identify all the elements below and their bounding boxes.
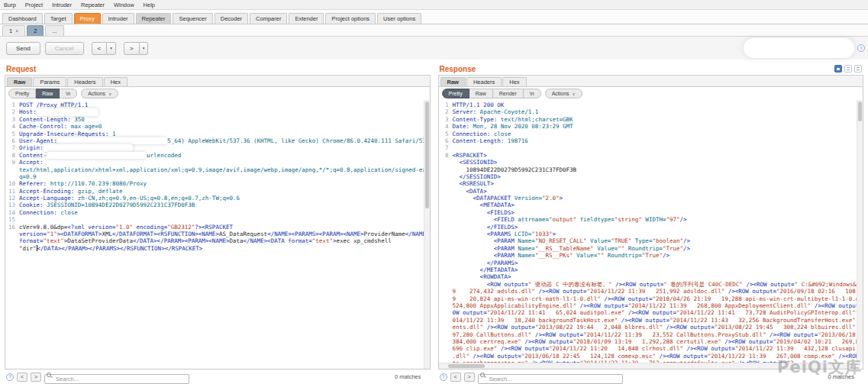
tab-extender[interactable]: Extender bbox=[289, 13, 324, 24]
tab-target[interactable]: Target bbox=[44, 13, 73, 24]
response-actions-button[interactable]: Actions∨ bbox=[545, 89, 582, 98]
search-help-icon[interactable]: ? bbox=[440, 373, 447, 381]
code-token: close bbox=[57, 209, 78, 216]
next-match-button[interactable]: > bbox=[31, 373, 41, 382]
rows-layout-icon[interactable] bbox=[854, 65, 862, 73]
code-token: "2018/04/26 21:19 19,288 api-ms-win-crt-… bbox=[652, 295, 859, 302]
code-line: <PARAM Name="__RS__PKs" Value="" Roundtr… bbox=[439, 252, 862, 259]
tab-user-options[interactable]: User options bbox=[377, 13, 421, 24]
tab-project-options[interactable]: Project options bbox=[325, 13, 376, 24]
request-tab-raw[interactable]: Raw bbox=[7, 77, 32, 86]
send-button[interactable]: Send bbox=[6, 42, 40, 55]
prev-match-button[interactable]: < bbox=[17, 373, 27, 382]
code-token: /><ROW output= bbox=[611, 281, 663, 288]
history-forward-button[interactable]: > bbox=[124, 42, 140, 55]
response-search-bar: ? < > 0 matches bbox=[438, 369, 864, 384]
response-horizontal-scrollbar[interactable] bbox=[439, 363, 857, 369]
request-search-input[interactable] bbox=[44, 374, 189, 384]
response-vertical-scrollbar[interactable] bbox=[857, 100, 863, 363]
response-editor[interactable]: PrettyRawRender\nActions∨ 1HTTP/1.1 200 … bbox=[438, 86, 864, 369]
code-token: /><ROW output= bbox=[576, 302, 628, 309]
code-line: text/html,application/xhtml+xml,applicat… bbox=[5, 166, 428, 173]
menu-project[interactable]: Project bbox=[25, 2, 43, 8]
request-vertical-scrollbar[interactable] bbox=[424, 100, 430, 369]
prev-match-button[interactable]: < bbox=[450, 373, 461, 382]
line-number: 14 bbox=[5, 209, 15, 216]
repeater-tab-1[interactable]: 1× bbox=[2, 25, 25, 36]
response-view-option-render[interactable]: Render bbox=[493, 89, 524, 98]
tab-repeater[interactable]: Repeater bbox=[136, 13, 172, 24]
repeater-tab-n[interactable]: ... bbox=[45, 25, 63, 36]
code-token: /><ROW output= bbox=[535, 288, 587, 295]
request-scrollbar-thumb[interactable] bbox=[425, 102, 429, 208]
history-forward-dropdown-icon[interactable]: ▾ bbox=[140, 42, 149, 55]
code-token: ><DATAFORMAT> bbox=[57, 231, 102, 237]
request-tab-params[interactable]: Params bbox=[33, 77, 66, 86]
request-view-option-pretty[interactable]: Pretty bbox=[8, 89, 36, 98]
code-token: Value= bbox=[594, 245, 618, 252]
tab-sequencer[interactable]: Sequencer bbox=[173, 13, 212, 24]
line-number: 1 bbox=[5, 102, 15, 108]
history-back-button[interactable]: < bbox=[92, 42, 108, 55]
code-token: "2016/09/18 02:16 108,42 bbox=[776, 288, 863, 295]
code-line: </PARAMS> bbox=[439, 260, 862, 266]
history-back-dropdown-icon[interactable]: ▾ bbox=[107, 42, 116, 55]
line-number: 16 bbox=[5, 224, 15, 231]
code-token: /> bbox=[663, 252, 670, 259]
response-view-option-pretty[interactable]: Pretty bbox=[442, 89, 469, 98]
request-view-option-n[interactable]: \n bbox=[60, 89, 77, 98]
response-tab-headers[interactable]: Headers bbox=[466, 77, 502, 86]
code-token: Content- bbox=[19, 152, 47, 159]
code-token: "dir" bbox=[19, 245, 37, 252]
menu-repeater[interactable]: Repeater bbox=[81, 2, 105, 8]
request-actions-button[interactable]: Actions∨ bbox=[81, 89, 118, 98]
inspector-panel-icon[interactable] bbox=[834, 65, 842, 73]
response-code-area[interactable]: 1HTTP/1.1 200 OK2Server: Apache-Coyote/1… bbox=[439, 100, 863, 369]
code-token: "2014/11/22 11:39 23,552 CallButtons.Pro… bbox=[583, 331, 766, 338]
help-icon[interactable]: ? bbox=[857, 44, 865, 52]
search-help-icon[interactable]: ? bbox=[6, 373, 14, 381]
line-number: 3 bbox=[439, 116, 449, 123]
response-scrollbar-thumb[interactable] bbox=[858, 102, 862, 121]
request-code-area[interactable]: 1POST /Proxy HTTP/1.12Host: 3Content-Len… bbox=[5, 100, 430, 369]
close-tab-icon[interactable]: × bbox=[15, 28, 18, 34]
next-match-button[interactable]: > bbox=[464, 373, 475, 382]
request-editor[interactable]: PrettyRaw\nActions∨ 1POST /Proxy HTTP/1.… bbox=[5, 86, 431, 369]
code-line: 5Upgrade-Insecure-Requests: 1 bbox=[5, 131, 428, 137]
repeater-tab-2[interactable]: 2 bbox=[27, 25, 44, 36]
code-token: 97,280 CallButtons.dll" bbox=[453, 331, 532, 338]
menu-help[interactable]: Help bbox=[144, 2, 155, 8]
tab-comparer[interactable]: Comparer bbox=[250, 13, 287, 24]
response-tab-raw[interactable]: Raw bbox=[440, 77, 466, 86]
code-token: 1 bbox=[108, 131, 115, 137]
menu-intruder[interactable]: Intruder bbox=[52, 2, 72, 8]
request-tab-hex[interactable]: Hex bbox=[104, 77, 127, 86]
code-token: 696 clip.exe" bbox=[453, 345, 498, 352]
response-view-option-n[interactable]: \n bbox=[524, 89, 541, 98]
code-token: <RSPACKET> bbox=[453, 152, 487, 159]
code-line: <PARAMS LCID="1033"> bbox=[439, 231, 862, 237]
tab-intruder[interactable]: Intruder bbox=[102, 13, 134, 24]
request-view-option-raw[interactable]: Raw bbox=[36, 89, 60, 98]
tab-dashboard[interactable]: Dashboard bbox=[2, 13, 43, 24]
line-number: 7 bbox=[5, 144, 15, 151]
search-icon bbox=[47, 373, 51, 377]
code-token: Accept-Encoding: bbox=[19, 188, 74, 195]
code-token: Content-Length: bbox=[453, 137, 505, 144]
menu-window[interactable]: Window bbox=[114, 2, 134, 8]
code-line: <DATA> bbox=[439, 188, 862, 195]
code-line: 10Referer: http://110.70.239:8080/Proxy bbox=[5, 180, 428, 187]
code-line: 696 clip.exe" /><ROW output="2014/11/22 … bbox=[439, 345, 862, 352]
response-search-input[interactable] bbox=[478, 374, 623, 384]
response-hscrollbar-thumb[interactable] bbox=[448, 364, 485, 368]
menu-burp[interactable]: Burp bbox=[4, 2, 16, 8]
code-line: 6Content-Length: 198716 bbox=[439, 137, 862, 144]
response-view-option-raw[interactable]: Raw bbox=[469, 89, 493, 98]
tab-decoder[interactable]: Decoder bbox=[215, 13, 248, 24]
cancel-button[interactable]: Cancel bbox=[45, 42, 84, 55]
columns-layout-icon[interactable] bbox=[844, 65, 852, 73]
tab-proxy[interactable]: Proxy bbox=[74, 13, 101, 24]
request-tab-headers[interactable]: Headers bbox=[67, 77, 102, 86]
response-tab-hex[interactable]: Hex bbox=[502, 77, 526, 86]
code-token: exec xp_cmdshell bbox=[336, 237, 391, 244]
